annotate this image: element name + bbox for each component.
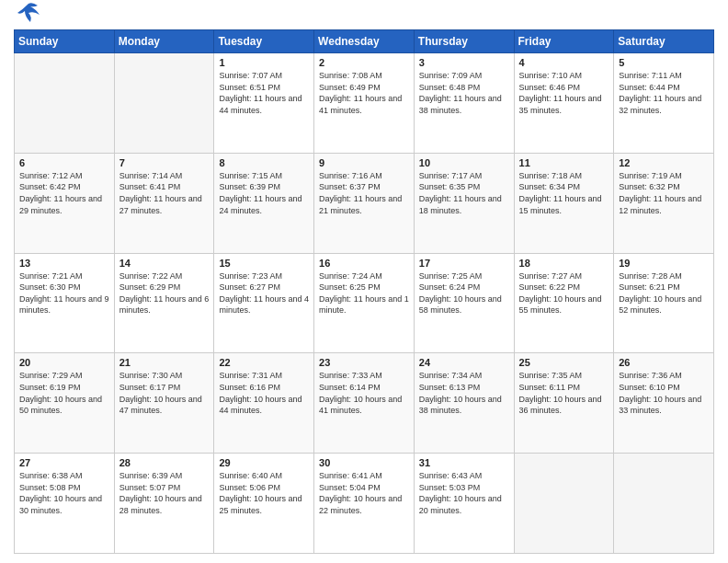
col-friday: Friday — [514, 30, 614, 53]
table-row: 25Sunrise: 7:35 AM Sunset: 6:11 PM Dayli… — [514, 353, 614, 454]
table-row: 2Sunrise: 7:08 AM Sunset: 6:49 PM Daylig… — [314, 53, 415, 154]
day-number: 1 — [219, 57, 309, 68]
day-info: Sunrise: 6:39 AM Sunset: 5:07 PM Dayligh… — [119, 470, 210, 516]
table-row: 26Sunrise: 7:36 AM Sunset: 6:10 PM Dayli… — [614, 353, 714, 454]
table-row — [114, 53, 214, 154]
day-number: 13 — [19, 258, 109, 269]
day-info: Sunrise: 6:41 AM Sunset: 5:04 PM Dayligh… — [319, 470, 409, 516]
table-row: 1Sunrise: 7:07 AM Sunset: 6:51 PM Daylig… — [214, 53, 314, 154]
day-info: Sunrise: 7:18 AM Sunset: 6:34 PM Dayligh… — [519, 170, 609, 216]
day-number: 31 — [419, 457, 509, 468]
day-info: Sunrise: 7:36 AM Sunset: 6:10 PM Dayligh… — [619, 370, 709, 416]
logo — [14, 9, 41, 22]
table-row: 29Sunrise: 6:40 AM Sunset: 5:06 PM Dayli… — [214, 454, 314, 554]
day-number: 19 — [619, 258, 709, 269]
day-info: Sunrise: 7:10 AM Sunset: 6:46 PM Dayligh… — [519, 70, 609, 116]
day-info: Sunrise: 7:19 AM Sunset: 6:32 PM Dayligh… — [619, 170, 709, 216]
day-number: 22 — [219, 357, 309, 368]
day-number: 14 — [119, 258, 210, 269]
calendar-header-row: Sunday Monday Tuesday Wednesday Thursday… — [15, 30, 714, 53]
day-info: Sunrise: 7:25 AM Sunset: 6:24 PM Dayligh… — [419, 270, 509, 316]
table-row: 23Sunrise: 7:33 AM Sunset: 6:14 PM Dayli… — [314, 353, 415, 454]
table-row: 19Sunrise: 7:28 AM Sunset: 6:21 PM Dayli… — [614, 253, 714, 353]
day-number: 16 — [319, 258, 409, 269]
day-number: 27 — [19, 457, 109, 468]
day-number: 30 — [319, 457, 409, 468]
day-info: Sunrise: 7:30 AM Sunset: 6:17 PM Dayligh… — [119, 370, 210, 416]
day-number: 12 — [619, 157, 709, 168]
col-thursday: Thursday — [414, 30, 514, 53]
table-row: 11Sunrise: 7:18 AM Sunset: 6:34 PM Dayli… — [514, 153, 614, 253]
day-number: 29 — [219, 457, 309, 468]
table-row: 31Sunrise: 6:43 AM Sunset: 5:03 PM Dayli… — [414, 454, 514, 554]
calendar-week-row: 13Sunrise: 7:21 AM Sunset: 6:30 PM Dayli… — [15, 253, 714, 353]
table-row: 8Sunrise: 7:15 AM Sunset: 6:39 PM Daylig… — [214, 153, 314, 253]
day-info: Sunrise: 7:31 AM Sunset: 6:16 PM Dayligh… — [219, 370, 309, 416]
day-info: Sunrise: 7:12 AM Sunset: 6:42 PM Dayligh… — [19, 170, 109, 216]
day-info: Sunrise: 7:15 AM Sunset: 6:39 PM Dayligh… — [219, 170, 309, 216]
table-row — [514, 454, 614, 554]
day-info: Sunrise: 7:33 AM Sunset: 6:14 PM Dayligh… — [319, 370, 409, 416]
day-info: Sunrise: 7:34 AM Sunset: 6:13 PM Dayligh… — [419, 370, 509, 416]
day-number: 9 — [319, 157, 409, 168]
calendar-week-row: 20Sunrise: 7:29 AM Sunset: 6:19 PM Dayli… — [15, 353, 714, 454]
table-row: 4Sunrise: 7:10 AM Sunset: 6:46 PM Daylig… — [514, 53, 614, 154]
day-number: 20 — [19, 357, 109, 368]
day-number: 6 — [19, 157, 109, 168]
table-row: 6Sunrise: 7:12 AM Sunset: 6:42 PM Daylig… — [15, 153, 115, 253]
day-number: 8 — [219, 157, 309, 168]
calendar-week-row: 1Sunrise: 7:07 AM Sunset: 6:51 PM Daylig… — [15, 53, 714, 154]
page: Sunday Monday Tuesday Wednesday Thursday… — [0, 0, 728, 563]
table-row: 27Sunrise: 6:38 AM Sunset: 5:08 PM Dayli… — [15, 454, 115, 554]
calendar-week-row: 6Sunrise: 7:12 AM Sunset: 6:42 PM Daylig… — [15, 153, 714, 253]
table-row: 28Sunrise: 6:39 AM Sunset: 5:07 PM Dayli… — [114, 454, 214, 554]
day-info: Sunrise: 7:09 AM Sunset: 6:48 PM Dayligh… — [419, 70, 509, 116]
day-number: 17 — [419, 258, 509, 269]
day-info: Sunrise: 6:43 AM Sunset: 5:03 PM Dayligh… — [419, 470, 509, 516]
table-row: 14Sunrise: 7:22 AM Sunset: 6:29 PM Dayli… — [114, 253, 214, 353]
day-number: 2 — [319, 57, 409, 68]
day-number: 23 — [319, 357, 409, 368]
day-info: Sunrise: 7:24 AM Sunset: 6:25 PM Dayligh… — [319, 270, 409, 316]
day-info: Sunrise: 6:38 AM Sunset: 5:08 PM Dayligh… — [19, 470, 109, 516]
table-row: 16Sunrise: 7:24 AM Sunset: 6:25 PM Dayli… — [314, 253, 415, 353]
table-row: 20Sunrise: 7:29 AM Sunset: 6:19 PM Dayli… — [15, 353, 115, 454]
day-info: Sunrise: 7:21 AM Sunset: 6:30 PM Dayligh… — [19, 270, 109, 316]
day-info: Sunrise: 7:22 AM Sunset: 6:29 PM Dayligh… — [119, 270, 210, 316]
table-row: 10Sunrise: 7:17 AM Sunset: 6:35 PM Dayli… — [414, 153, 514, 253]
day-info: Sunrise: 7:11 AM Sunset: 6:44 PM Dayligh… — [619, 70, 709, 116]
table-row: 21Sunrise: 7:30 AM Sunset: 6:17 PM Dayli… — [114, 353, 214, 454]
day-info: Sunrise: 7:07 AM Sunset: 6:51 PM Dayligh… — [219, 70, 309, 116]
header — [14, 9, 714, 22]
day-info: Sunrise: 7:17 AM Sunset: 6:35 PM Dayligh… — [419, 170, 509, 216]
day-number: 28 — [119, 457, 210, 468]
table-row: 15Sunrise: 7:23 AM Sunset: 6:27 PM Dayli… — [214, 253, 314, 353]
table-row: 5Sunrise: 7:11 AM Sunset: 6:44 PM Daylig… — [614, 53, 714, 154]
table-row — [15, 53, 115, 154]
day-info: Sunrise: 7:35 AM Sunset: 6:11 PM Dayligh… — [519, 370, 609, 416]
day-info: Sunrise: 7:23 AM Sunset: 6:27 PM Dayligh… — [219, 270, 309, 316]
col-sunday: Sunday — [15, 30, 115, 53]
day-number: 7 — [119, 157, 210, 168]
day-number: 21 — [119, 357, 210, 368]
table-row: 3Sunrise: 7:09 AM Sunset: 6:48 PM Daylig… — [414, 53, 514, 154]
day-number: 15 — [219, 258, 309, 269]
col-monday: Monday — [114, 30, 214, 53]
logo-bird-icon — [16, 2, 41, 22]
day-number: 5 — [619, 57, 709, 68]
table-row: 12Sunrise: 7:19 AM Sunset: 6:32 PM Dayli… — [614, 153, 714, 253]
calendar-table: Sunday Monday Tuesday Wednesday Thursday… — [14, 29, 714, 554]
day-number: 24 — [419, 357, 509, 368]
day-number: 4 — [519, 57, 609, 68]
day-info: Sunrise: 7:08 AM Sunset: 6:49 PM Dayligh… — [319, 70, 409, 116]
day-info: Sunrise: 7:29 AM Sunset: 6:19 PM Dayligh… — [19, 370, 109, 416]
day-number: 11 — [519, 157, 609, 168]
table-row: 18Sunrise: 7:27 AM Sunset: 6:22 PM Dayli… — [514, 253, 614, 353]
day-info: Sunrise: 7:14 AM Sunset: 6:41 PM Dayligh… — [119, 170, 210, 216]
day-number: 26 — [619, 357, 709, 368]
table-row: 7Sunrise: 7:14 AM Sunset: 6:41 PM Daylig… — [114, 153, 214, 253]
table-row: 9Sunrise: 7:16 AM Sunset: 6:37 PM Daylig… — [314, 153, 415, 253]
table-row — [614, 454, 714, 554]
table-row: 30Sunrise: 6:41 AM Sunset: 5:04 PM Dayli… — [314, 454, 415, 554]
day-info: Sunrise: 7:16 AM Sunset: 6:37 PM Dayligh… — [319, 170, 409, 216]
